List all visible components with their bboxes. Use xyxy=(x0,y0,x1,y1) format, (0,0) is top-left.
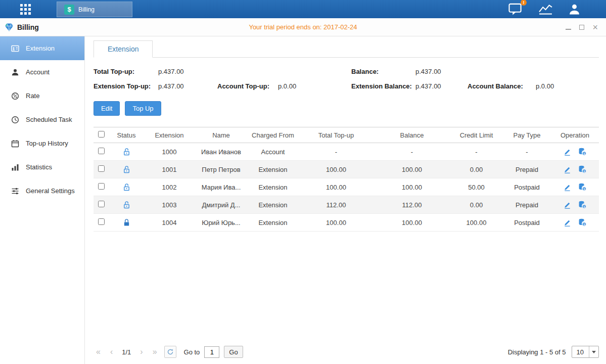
cell-balance: 100.00 xyxy=(374,214,450,232)
prev-page-button[interactable]: ‹ xyxy=(108,347,115,356)
cell-total-topup: - xyxy=(298,143,374,161)
edit-row-icon[interactable] xyxy=(564,184,571,191)
cell-charged-from: Extension xyxy=(248,214,298,232)
top-up-row-icon[interactable] xyxy=(578,201,586,209)
total-topup-label: Total Top-up: xyxy=(94,64,158,79)
top-taskbar: $ Billing ! xyxy=(0,0,606,18)
page-size-value: 10 xyxy=(572,348,589,356)
sidebar: Extension Account Rate Scheduled Task To… xyxy=(0,36,85,364)
select-all-checkbox[interactable] xyxy=(98,131,105,138)
edit-row-icon[interactable] xyxy=(564,148,571,156)
goto-page-input[interactable] xyxy=(204,346,219,358)
next-page-button[interactable]: › xyxy=(137,347,145,356)
cell-charged-from: Extension xyxy=(248,178,298,196)
col-pay-type: Pay Type xyxy=(503,127,551,143)
sidebar-item-statistics[interactable]: Statistics xyxy=(0,155,84,179)
user-icon xyxy=(568,3,581,16)
billing-dollar-icon: $ xyxy=(64,5,74,15)
sidebar-item-topup-history[interactable]: Top-up History xyxy=(0,131,84,155)
cell-pay-type: Prepaid xyxy=(503,196,551,214)
col-credit-limit: Credit Limit xyxy=(450,127,503,143)
top-up-row-icon[interactable] xyxy=(578,183,586,191)
cell-pay-type: - xyxy=(503,143,551,161)
status-lock-icon[interactable] xyxy=(123,218,130,226)
refresh-button[interactable] xyxy=(164,346,176,358)
account-topup-value: p.0.00 xyxy=(278,79,351,94)
cell-extension: 1001 xyxy=(144,161,195,178)
account-balance-value: p.0.00 xyxy=(536,79,599,94)
last-page-button[interactable]: » xyxy=(150,347,160,356)
account-topup-label: Account Top-up: xyxy=(217,79,278,94)
status-lock-icon[interactable] xyxy=(123,201,130,208)
sidebar-item-account[interactable]: Account xyxy=(0,60,84,84)
top-up-row-icon[interactable] xyxy=(578,218,586,226)
extension-balance-label: Extension Balance: xyxy=(351,79,415,94)
table-row[interactable]: 1002 Мария Ива... Extension 100.00 100.0… xyxy=(94,178,599,196)
sidebar-item-label: Account xyxy=(26,68,50,76)
edit-button[interactable]: Edit xyxy=(94,101,120,116)
status-lock-icon[interactable] xyxy=(123,148,130,155)
cell-balance: - xyxy=(374,143,450,161)
calendar-icon xyxy=(11,140,19,148)
tab-extension[interactable]: Extension xyxy=(94,40,153,58)
cell-extension: 1002 xyxy=(144,178,195,196)
row-checkbox[interactable] xyxy=(98,218,105,225)
window-title-label: Billing xyxy=(17,23,39,31)
window-title: Billing xyxy=(0,23,39,32)
sidebar-item-label: General Settings xyxy=(26,187,75,195)
page-size-select[interactable]: 10 xyxy=(572,346,599,358)
cell-extension: 1004 xyxy=(144,214,195,232)
row-checkbox[interactable] xyxy=(98,201,105,207)
status-lock-icon[interactable] xyxy=(123,165,130,173)
extension-balance-value: p.437.00 xyxy=(415,79,468,94)
table-row[interactable]: 1000 Иван Иванов Account - - - - xyxy=(94,143,599,161)
table-row[interactable]: 1001 Петр Петров Extension 100.00 100.00… xyxy=(94,161,599,178)
billing-summary: Total Top-up: p.437.00 Balance: p.437.00… xyxy=(94,64,599,94)
user-account-button[interactable] xyxy=(568,3,581,16)
chevron-down-icon xyxy=(589,346,598,357)
close-button[interactable]: × xyxy=(592,23,598,31)
status-lock-icon[interactable] xyxy=(123,183,130,191)
sidebar-item-general-settings[interactable]: General Settings xyxy=(0,179,84,203)
edit-row-icon[interactable] xyxy=(564,201,571,209)
go-button[interactable]: Go xyxy=(224,346,243,358)
row-checkbox[interactable] xyxy=(98,148,105,154)
sidebar-item-scheduled-task[interactable]: Scheduled Task xyxy=(0,108,84,131)
maximize-button[interactable] xyxy=(579,23,584,31)
sliders-icon xyxy=(11,187,19,195)
app-body: Extension Account Rate Scheduled Task To… xyxy=(0,36,606,364)
row-checkbox[interactable] xyxy=(98,165,105,172)
cell-name: Юрий Юрь... xyxy=(195,214,248,232)
taskbar-billing-tab[interactable]: $ Billing xyxy=(57,2,132,17)
displaying-text: Displaying 1 - 5 of 5 xyxy=(508,348,566,356)
sidebar-item-label: Extension xyxy=(26,44,55,52)
maximize-icon xyxy=(579,25,584,30)
table-row[interactable]: 1004 Юрий Юрь... Extension 100.00 100.00… xyxy=(94,214,599,232)
minimize-button[interactable] xyxy=(566,23,571,31)
sidebar-item-rate[interactable]: Rate xyxy=(0,84,84,108)
resource-monitor-button[interactable] xyxy=(538,4,553,15)
edit-row-icon[interactable] xyxy=(564,219,571,226)
rate-percent-icon xyxy=(11,92,19,100)
cell-credit-limit: - xyxy=(450,143,503,161)
cell-credit-limit: 0.00 xyxy=(450,161,503,178)
main-content: Extension Total Top-up: p.437.00 Balance… xyxy=(85,36,606,364)
col-name: Name xyxy=(195,127,248,143)
edit-row-icon[interactable] xyxy=(564,166,571,173)
trial-notice: Your trial period ends on: 2017-02-24 xyxy=(0,23,606,31)
top-up-row-icon[interactable] xyxy=(578,148,586,156)
first-page-button[interactable]: « xyxy=(94,347,103,356)
cell-total-topup: 112.00 xyxy=(298,196,374,214)
apps-grid-button[interactable] xyxy=(14,0,36,18)
top-up-button[interactable]: Top Up xyxy=(125,101,161,116)
col-operation: Operation xyxy=(551,127,599,143)
goto-label: Go to xyxy=(184,348,200,356)
cell-charged-from: Account xyxy=(248,143,298,161)
row-checkbox[interactable] xyxy=(98,183,105,190)
sidebar-item-extension[interactable]: Extension xyxy=(0,36,84,60)
notification-badge: ! xyxy=(521,0,527,6)
refresh-icon xyxy=(167,348,174,355)
notifications-button[interactable]: ! xyxy=(508,3,523,16)
table-row[interactable]: 1003 Дмитрий Д... Extension 112.00 112.0… xyxy=(94,196,599,214)
top-up-row-icon[interactable] xyxy=(578,165,586,173)
